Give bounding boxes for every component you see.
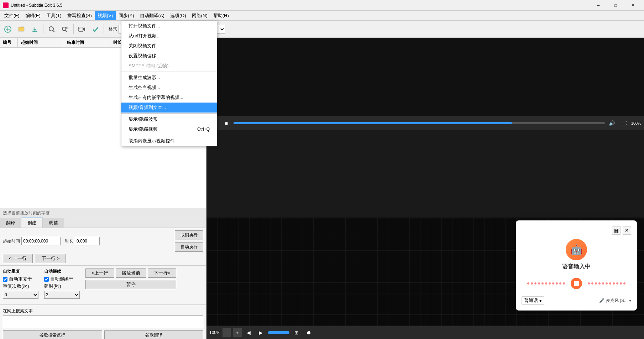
menu-network[interactable]: 网络(N) [189,11,210,20]
next-line-btn[interactable]: 下一行 > [36,254,66,263]
auto-continue-checkbox[interactable] [44,277,49,282]
maximize-btn[interactable]: □ [608,0,624,11]
add-btn[interactable] [1,23,14,36]
zoom-in-btn[interactable]: + [233,328,242,337]
pause-btn[interactable]: 暂停 [85,280,176,289]
video-controls-bar: ▶ ■ 🔊 ⛶ 100% [206,116,644,130]
popup-close-btn[interactable]: ✕ [623,226,631,235]
menu-sync[interactable]: 同步(Y) [116,11,137,20]
auto-convert-btn[interactable]: 自动换行 [175,242,203,252]
prev-line-btn[interactable]: < 上一行 [3,254,33,263]
search-label: 在网上搜索文本 [3,308,203,314]
svg-point-13 [531,282,533,285]
menu-video-to-text[interactable]: 视频/音频到文本... [121,103,217,113]
wf-back-btn[interactable]: ◀ [244,328,254,338]
voice-popup-header: ▦ ✕ [522,226,631,235]
wf-progress[interactable] [268,331,289,334]
auto-playback-panel: 自动重复 自动重复于 重复次数(次) 0 [0,266,206,305]
duration-input[interactable] [75,237,100,245]
menu-undock-video[interactable]: 取消内嵌显示视频控件 [121,136,217,146]
wf-grid-btn[interactable]: ⊞ [292,328,302,338]
google-translate-btn[interactable]: 谷歌翻译 [104,330,204,339]
menu-video[interactable]: 视频(V) [95,11,116,20]
menu-open-video[interactable]: 打开视频文件... [121,21,217,31]
minimize-btn[interactable]: ─ [590,0,606,11]
stop-btn[interactable]: ■ [221,118,231,128]
play-current-btn[interactable]: 播放当前 [116,268,146,278]
search-btn[interactable] [45,23,58,36]
svg-point-14 [534,282,536,285]
svg-point-27 [595,282,597,285]
cancel-convert-btn[interactable]: 取消换行 [175,230,203,240]
auto-continue-checkbox-row: 自动继续于 [44,276,80,282]
wf-record-btn[interactable]: ⏺ [304,328,314,338]
window-controls: ─ □ ✕ [590,0,641,10]
volume-btn[interactable]: 🔊 [607,118,617,128]
separator-1 [121,72,217,72]
col-header-start: 起始时间 [18,38,64,47]
play-prev-btn[interactable]: <上一行 [85,268,114,278]
auto-repeat-title: 自动重复 [3,268,38,275]
svg-point-25 [588,282,590,285]
svg-rect-24 [574,281,579,286]
search-input[interactable] [3,315,203,328]
video-btn[interactable] [75,23,88,36]
svg-point-26 [591,282,593,285]
action-buttons: 取消换行 自动换行 [175,230,203,252]
zoom-out-btn[interactable]: - [222,328,231,337]
tab-adjust[interactable]: 调整 [43,218,64,228]
menu-file[interactable]: 文件(F) [1,11,22,20]
start-time-input[interactable] [21,237,61,245]
svg-point-18 [549,282,551,285]
tab-create[interactable]: 创建 [21,218,43,228]
menu-smpte: SMPTE 时间 (丢帧) [121,61,217,71]
wf-play-btn[interactable]: ▶ [256,328,266,338]
menu-autotrans[interactable]: 自动翻译(A) [137,11,167,20]
download-btn[interactable] [28,23,41,36]
menu-show-waveform[interactable]: 显示/隐藏波形 [121,114,217,124]
menu-generate-waveform[interactable]: 批量生成波形... [121,73,217,83]
menu-show-video[interactable]: 显示/隐藏视频 Ctrl+Q [121,124,217,134]
menu-open-url[interactable]: 从url打开视频... [121,31,217,41]
menu-generate-blank[interactable]: 生成空白视频... [121,83,217,93]
app-icon [3,2,9,8]
menu-tools[interactable]: 工具(T) [43,11,64,20]
search-buttons: 谷歌搜索该行 谷歌翻译 [3,330,203,339]
play-next-btn[interactable]: 下一行> [148,268,177,278]
toolbar: R 格式 (subtitle art) 编码方 [0,21,644,38]
toolbar-sep-2 [73,24,74,34]
replace-btn[interactable]: R [59,23,72,36]
auto-repeat-checkbox[interactable] [3,277,7,282]
menu-video-settings[interactable]: 设置视频偏移... [121,51,217,61]
close-btn[interactable]: ✕ [625,0,641,11]
menu-close-video[interactable]: 关闭视频文件 [121,41,217,51]
tab-translate[interactable]: 翻译 [0,218,21,228]
google-search-btn[interactable]: 谷歌搜索该行 [3,330,102,339]
progress-bar[interactable] [234,122,605,124]
open-btn[interactable] [15,23,28,36]
menu-options[interactable]: 选项(O) [167,11,189,20]
svg-point-28 [598,282,601,285]
fullscreen-btn[interactable]: ⛶ [619,118,629,128]
delay-select[interactable]: 2 [44,291,80,299]
menu-generate-embedded[interactable]: 生成带有内嵌字幕的视频... [121,93,217,103]
language-select[interactable]: 普通话 ▾ [522,296,544,305]
app-title: Untitled - Subtitle Edit 3.6.5 [11,3,62,8]
mic-select[interactable]: 🎤 麦克风 (S... ▾ [599,298,631,304]
add-icon [4,26,11,33]
menu-spellcheck[interactable]: 拼写检查(S) [64,11,95,20]
voice-title: 语音输入中 [522,263,631,271]
replace-icon: R [61,26,69,33]
check-btn[interactable] [89,23,102,36]
svg-rect-9 [79,27,83,31]
download-icon [31,26,38,33]
svg-point-6 [62,27,66,31]
svg-point-20 [556,282,558,285]
popup-grid-btn[interactable]: ▦ [612,226,621,235]
waveform-svg [527,276,626,291]
menu-help[interactable]: 帮助(H) [210,11,232,20]
repeat-count-select[interactable]: 0 [3,291,38,299]
video-icon [78,26,85,33]
progress-fill [234,122,512,124]
menu-edit[interactable]: 编辑(E) [22,11,43,20]
